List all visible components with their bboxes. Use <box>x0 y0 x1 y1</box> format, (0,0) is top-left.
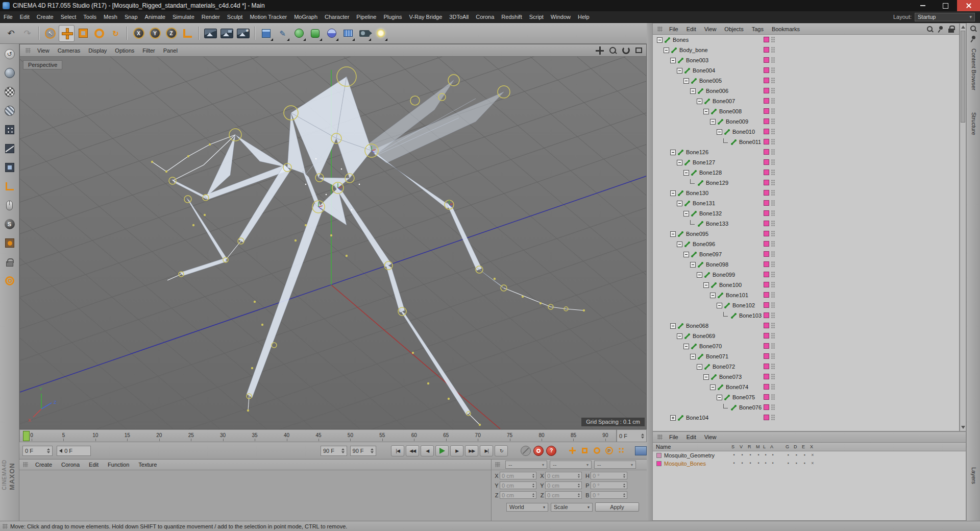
layer-color-tag[interactable] <box>764 282 769 287</box>
viewport-menu-cameras[interactable]: Cameras <box>54 44 85 57</box>
edges-mode-button[interactable] <box>2 141 17 156</box>
om-menu-file[interactable]: File <box>665 23 682 35</box>
visibility-dots-icon[interactable] <box>771 78 775 83</box>
layer-color-tag[interactable] <box>764 384 769 390</box>
range-start-field[interactable]: 0 F <box>22 446 53 456</box>
object-name[interactable]: Bone097 <box>699 251 722 257</box>
tree-expander-icon[interactable] <box>717 129 722 135</box>
stepper-icon[interactable] <box>578 484 580 488</box>
layer-name[interactable]: Mosquito_Bones <box>664 461 706 467</box>
tree-row[interactable]: Bone098 <box>653 259 959 270</box>
size-value-field[interactable]: 0 cm <box>545 481 582 489</box>
layer-color-tag[interactable] <box>764 67 769 73</box>
tree-row[interactable]: Bone076 <box>653 402 959 413</box>
layer-color-tag[interactable] <box>764 231 769 236</box>
layer-color-tag[interactable] <box>764 37 769 42</box>
layer-color-tag[interactable] <box>764 47 769 53</box>
stepper-icon[interactable] <box>578 474 580 478</box>
visibility-dots-icon[interactable] <box>771 190 775 196</box>
loop-button[interactable]: ↻ <box>495 445 508 456</box>
tree-row[interactable]: Bone003 <box>653 55 959 65</box>
rotate-tool-button[interactable] <box>91 25 107 42</box>
coord-system-button[interactable] <box>180 25 195 42</box>
tree-expander-icon[interactable] <box>683 170 689 176</box>
object-name[interactable]: Bone098 <box>706 261 728 268</box>
position-value-field[interactable]: 0 cm <box>500 481 536 489</box>
object-name[interactable]: Bone096 <box>693 241 715 247</box>
enable-axis-button[interactable] <box>2 179 17 194</box>
scroll-down-icon[interactable] <box>961 426 965 429</box>
visibility-dots-icon[interactable] <box>771 118 775 124</box>
visibility-dots-icon[interactable] <box>771 312 775 318</box>
layer-color-tag[interactable] <box>764 333 769 339</box>
tree-expander-icon[interactable] <box>670 190 676 196</box>
add-environment-button[interactable] <box>324 25 339 42</box>
panel-drag-handle[interactable] <box>657 27 663 32</box>
menu-item-simulate[interactable]: Simulate <box>169 11 198 23</box>
tree-row[interactable]: Bone102 <box>653 300 959 310</box>
om-menu-view[interactable]: View <box>700 23 721 35</box>
menu-item-window[interactable]: Window <box>547 11 574 23</box>
tree-row[interactable]: Body_bone <box>653 45 959 55</box>
menu-item-sculpt[interactable]: Sculpt <box>224 11 247 23</box>
lock-x-button[interactable]: X <box>131 25 146 42</box>
coordinate-mode-dropdown[interactable]: --▾ <box>505 461 547 469</box>
menu-item-pipeline[interactable]: Pipeline <box>353 11 380 23</box>
visibility-dots-icon[interactable] <box>771 292 775 298</box>
mm-menu-function[interactable]: Function <box>103 460 134 470</box>
scale-tool-button[interactable] <box>75 25 91 42</box>
layer-toggle-g[interactable]: ▪ <box>786 461 791 466</box>
mm-menu-corona[interactable]: Corona <box>57 460 84 470</box>
tree-row[interactable]: Bone009 <box>653 116 959 127</box>
scrollbar-thumb[interactable] <box>961 31 965 123</box>
layer-color-tag[interactable] <box>764 394 769 400</box>
menu-item-3dtoall[interactable]: 3DToAll <box>446 11 472 23</box>
tree-row[interactable]: Bone073 <box>653 372 959 382</box>
rotation-value-field[interactable]: 0 ° <box>591 491 627 499</box>
layer-toggle-x[interactable]: × <box>810 461 815 466</box>
stepper-icon[interactable] <box>532 474 534 478</box>
tree-expander-icon[interactable] <box>677 160 682 165</box>
next-frame-button[interactable]: ▶ <box>450 445 463 456</box>
tree-expander-icon[interactable] <box>677 68 682 74</box>
visibility-dots-icon[interactable] <box>771 221 775 226</box>
tree-expander-icon[interactable] <box>683 78 689 84</box>
add-camera-button[interactable] <box>356 25 372 42</box>
tree-row[interactable]: Bone070 <box>653 341 959 351</box>
viewport-menu-filter[interactable]: Filter <box>138 44 159 57</box>
om-menu-tags[interactable]: Tags <box>748 23 768 35</box>
menu-item-plugins[interactable]: Plugins <box>380 11 405 23</box>
tree-row[interactable]: Bone101 <box>653 290 959 300</box>
tree-row[interactable]: Bone131 <box>653 198 959 208</box>
rotation-value-field[interactable]: 0 ° <box>591 472 627 479</box>
menu-item-mesh[interactable]: Mesh <box>100 11 121 23</box>
tree-expander-icon[interactable] <box>697 99 702 104</box>
menu-item-motion-tracker[interactable]: Motion Tracker <box>246 11 290 23</box>
visibility-dots-icon[interactable] <box>771 170 775 175</box>
panel-drag-handle[interactable] <box>3 524 8 529</box>
prev-key-button[interactable]: ◀◀ <box>406 445 419 456</box>
add-spline-button[interactable]: ✎ <box>275 25 290 42</box>
object-name[interactable]: Bone008 <box>719 108 742 114</box>
tree-expander-icon[interactable] <box>677 201 682 206</box>
tree-row[interactable]: Bone072 <box>653 361 959 372</box>
mm-menu-texture[interactable]: Texture <box>134 460 161 470</box>
visibility-dots-icon[interactable] <box>771 159 775 165</box>
tree-row[interactable]: Bone096 <box>653 239 959 249</box>
redo-button[interactable]: ↷ <box>19 25 35 42</box>
spring-tool-button[interactable] <box>2 273 17 288</box>
object-name[interactable]: Bone010 <box>732 129 755 135</box>
visibility-dots-icon[interactable] <box>771 333 775 339</box>
tree-expander-icon[interactable] <box>657 37 663 43</box>
layer-color-tag[interactable] <box>764 108 769 114</box>
tab-content-browser[interactable]: Content Browser <box>971 49 977 90</box>
tree-row[interactable]: Bone011 <box>653 137 959 147</box>
viewport-menu-options[interactable]: Options <box>111 44 138 57</box>
layer-toggle-d[interactable]: ▪ <box>794 461 799 466</box>
tab-structure[interactable]: Structure <box>971 112 977 135</box>
rotate-view-icon[interactable] <box>622 46 630 54</box>
tree-row[interactable]: Bone126 <box>653 147 959 157</box>
stepper-icon[interactable] <box>623 474 625 478</box>
layer-row[interactable]: Mosquito_Geometry••••••▪▪▪× <box>653 451 966 460</box>
layer-color-tag[interactable] <box>764 272 769 277</box>
